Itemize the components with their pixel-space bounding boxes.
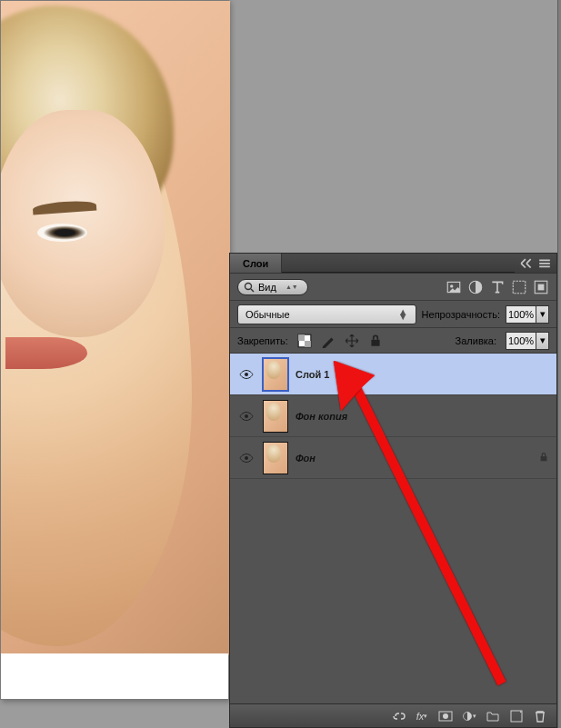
lock-position-icon[interactable] <box>345 334 359 348</box>
svg-rect-6 <box>538 284 545 290</box>
layers-list: Слой 1 Фон копия Фон <box>230 354 556 703</box>
lock-label: Закрепить: <box>237 335 288 346</box>
blend-mode-value: Обычные <box>245 309 290 320</box>
filter-shape-icon[interactable] <box>511 279 527 295</box>
eye-icon <box>239 409 254 424</box>
svg-rect-4 <box>513 281 526 294</box>
lock-icon <box>538 452 549 464</box>
tab-layers[interactable]: Слои <box>230 254 282 273</box>
collapse-icon[interactable] <box>520 259 533 268</box>
svg-point-0 <box>245 283 252 289</box>
canvas-image[interactable] <box>1 1 230 655</box>
eye-icon <box>239 451 254 465</box>
svg-rect-9 <box>305 341 311 347</box>
adjustment-layer-icon[interactable]: ▾ <box>462 709 476 723</box>
fill-dropdown-icon[interactable]: ▾ <box>536 332 549 350</box>
layer-row[interactable]: Фон копия <box>230 395 556 437</box>
fill-field[interactable] <box>506 332 536 350</box>
panel-tab-bar <box>282 254 515 273</box>
layer-name-label[interactable]: Фон копия <box>296 411 347 422</box>
layer-name-label[interactable]: Фон <box>296 453 316 464</box>
window-edge <box>557 0 561 728</box>
filter-adjustment-icon[interactable] <box>467 279 484 295</box>
filter-text-icon[interactable] <box>489 279 506 295</box>
lock-pixels-icon[interactable] <box>321 334 336 348</box>
panel-menu-icon[interactable] <box>538 259 551 268</box>
eye-icon <box>239 367 254 382</box>
layer-thumbnail[interactable] <box>263 358 288 391</box>
opacity-field[interactable] <box>506 305 536 324</box>
tab-layers-label: Слои <box>243 258 268 269</box>
svg-point-11 <box>245 373 248 376</box>
svg-point-12 <box>245 414 248 418</box>
fill-input[interactable]: ▾ <box>506 332 549 350</box>
svg-point-13 <box>245 456 248 460</box>
layer-fx-icon[interactable]: fx▾ <box>415 709 429 723</box>
filter-row: Вид ▲▼ <box>230 274 556 301</box>
layers-panel: Слои Вид ▲▼ Обычные ▲▼ Непрозрачность: ▾ <box>229 253 557 728</box>
filter-pixel-icon[interactable] <box>446 279 462 295</box>
canvas-chrome <box>1 653 228 699</box>
lock-transparency-icon[interactable] <box>297 334 312 348</box>
svg-point-2 <box>450 284 453 287</box>
delete-layer-icon[interactable] <box>533 709 547 723</box>
group-layers-icon[interactable] <box>486 709 500 723</box>
lock-row: Закрепить: Заливка: ▾ <box>230 328 556 354</box>
filter-smart-icon[interactable] <box>533 279 549 295</box>
opacity-input[interactable]: ▾ <box>506 305 549 324</box>
fill-label: Заливка: <box>456 335 496 346</box>
document-window <box>0 0 229 700</box>
svg-rect-10 <box>371 339 379 345</box>
layer-name-label[interactable]: Слой 1 <box>296 369 329 380</box>
visibility-toggle[interactable] <box>237 451 255 465</box>
link-layers-icon[interactable] <box>391 709 406 723</box>
filter-type-label: Вид <box>258 282 276 293</box>
layer-row[interactable]: Фон <box>230 437 556 479</box>
layer-row[interactable]: Слой 1 <box>230 354 556 395</box>
lock-all-icon[interactable] <box>368 334 383 348</box>
svg-rect-14 <box>541 456 547 461</box>
panel-header: Слои <box>230 254 556 274</box>
blend-mode-select[interactable]: Обычные ▲▼ <box>237 304 416 324</box>
layer-thumbnail[interactable] <box>263 400 288 433</box>
new-layer-icon[interactable] <box>509 709 524 723</box>
svg-point-16 <box>443 713 448 719</box>
opacity-label: Непрозрачность: <box>422 309 500 320</box>
visibility-toggle[interactable] <box>237 367 255 382</box>
opacity-dropdown-icon[interactable]: ▾ <box>536 305 549 324</box>
search-icon <box>244 282 255 293</box>
layer-mask-icon[interactable] <box>438 709 453 723</box>
visibility-toggle[interactable] <box>237 409 255 424</box>
blend-row: Обычные ▲▼ Непрозрачность: ▾ <box>230 301 556 328</box>
panel-footer: fx▾ ▾ <box>230 703 556 727</box>
filter-type-button[interactable]: Вид ▲▼ <box>237 279 308 295</box>
layer-thumbnail[interactable] <box>263 442 288 474</box>
svg-rect-8 <box>298 334 305 341</box>
